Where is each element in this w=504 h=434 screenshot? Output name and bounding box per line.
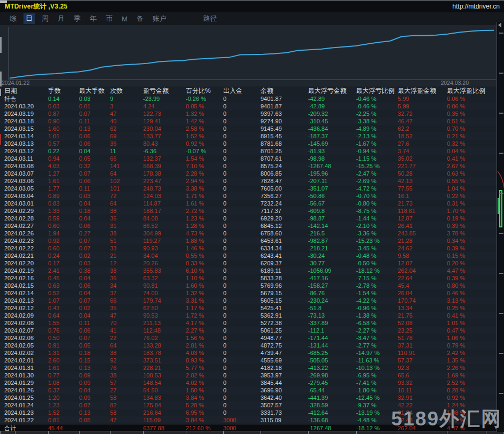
- header-pnl[interactable]: 盈亏金额: [143, 86, 186, 95]
- cell-max-float-profit: 221.77: [398, 162, 447, 170]
- table-row[interactable]: 2024.01.231.520.1358216.646.95 %03331.73…: [0, 409, 497, 416]
- cell-pnl: 115.09: [143, 416, 186, 424]
- table-row[interactable]: 2024.02.070.760.0641112.482.27 %05061.25…: [0, 327, 497, 334]
- header-lots[interactable]: 手数: [48, 86, 79, 95]
- table-row[interactable]: 2024.02.270.600.063186.521.28 %06845.12-…: [0, 222, 497, 230]
- header-deposit[interactable]: 出入金: [223, 86, 261, 95]
- cell-lots: 1.60: [48, 125, 79, 132]
- menu-item-yue[interactable]: 月: [56, 13, 67, 24]
- table-row[interactable]: 2024.03.190.870.0747122.731.32 %09397.63…: [0, 110, 497, 117]
- cell-pnl: 133.77: [143, 132, 186, 140]
- table-row[interactable]: 2024.02.021.310.1838183.784.03 %04739.47…: [0, 349, 497, 357]
- cell-balance: 8006.85: [261, 170, 308, 177]
- table-row[interactable]: 2024.02.200.170.031220.260.33 %06209.37-…: [0, 259, 497, 267]
- table-row[interactable]: 2024.02.060.500.072276.021.56 %04948.77-…: [0, 334, 497, 342]
- table-row[interactable]: 2024.01.300.770.0938108.532.82 %03953.97…: [0, 372, 497, 379]
- table-row[interactable]: 2024.02.050.910.0564133.282.81 %04872.75…: [0, 342, 497, 349]
- table-row[interactable]: 2024.02.140.520.043774.001.32 %05679.15-…: [0, 289, 497, 297]
- cell-pnl: 34.04: [143, 252, 186, 259]
- cell-max-lots: 0.13: [79, 125, 110, 132]
- header-max-float-profit[interactable]: 最大浮盈金额: [398, 86, 447, 95]
- table-row[interactable]: 2024.03.010.830.0464114.871.61 %07232.24…: [0, 200, 497, 207]
- table-row[interactable]: 2024.02.210.240.022134.040.55 %06243.41-…: [0, 252, 497, 259]
- cell-max-float-profit: 32.72: [398, 110, 447, 117]
- table-row[interactable]: 2024.02.131.070.0766179.743.31 %05605.15…: [0, 297, 497, 304]
- table-row[interactable]: 2024.02.120.430.023562.501.17 %05425.41-…: [0, 304, 497, 312]
- menu-item-bi[interactable]: 币: [104, 13, 115, 24]
- table-row[interactable]: 2024.03.180.900.1140129.411.42 %09274.90…: [0, 117, 497, 125]
- table-row[interactable]: 2024.03.071.270.0764178.382.28 %08006.85…: [0, 170, 497, 177]
- table-row[interactable]: 2024.01.241.230.0782175.845.28 %03507.57…: [0, 401, 497, 409]
- cell-max-lots: 0.01: [79, 102, 110, 110]
- cell-date: 2024.02.21: [4, 252, 48, 259]
- cell-balance: 6189.11: [261, 267, 308, 274]
- cell-lots: 0.81: [48, 416, 79, 424]
- cell-pnl: 228.21: [143, 364, 186, 372]
- table-row[interactable]: 2024.03.200.030.0134.240.05 %09401.87-42…: [0, 102, 497, 110]
- cell-max-float-profit-pct: 0.79 %: [447, 342, 497, 349]
- menu-item-nian[interactable]: 年: [88, 13, 99, 24]
- cell-percent: 1.60 %: [186, 282, 223, 289]
- table-row[interactable]: 2024.03.120.220.0411-6.36-0.07 %08701.25…: [0, 147, 497, 155]
- header-percent[interactable]: 百分比%: [186, 86, 223, 95]
- table-row[interactable]: 2024.01.311.610.1376228.215.77 %04182.18…: [0, 364, 497, 372]
- cell-pnl: 211.13: [143, 319, 186, 327]
- table-row[interactable]: 2024.02.230.920.0751119.271.88 %06453.61…: [0, 237, 497, 244]
- table-row[interactable]: 2024.02.150.630.063490.811.60 %05769.96-…: [0, 282, 497, 289]
- cell-max-float-profit-pct: 0.19 %: [447, 215, 497, 222]
- table-row[interactable]: 2024.01.260.370.042754.501.50 %03696.90-…: [0, 386, 497, 394]
- header-count[interactable]: 次数: [110, 86, 143, 95]
- cell-date: 2024.02.15: [4, 282, 48, 289]
- table-row[interactable]: 2024.03.040.890.0372124.031.71 %07356.27…: [0, 192, 497, 200]
- table-row[interactable]: 2024.03.084.030.32141568.397.10 %08575.2…: [0, 162, 497, 170]
- table-row[interactable]: 2024.01.251.200.0958134.833.84 %03642.40…: [0, 394, 497, 401]
- cell-pnl: 4.24: [143, 102, 186, 110]
- table-row[interactable]: 2024.01.291.080.0957148.544.02 %03845.44…: [0, 379, 497, 386]
- table-row[interactable]: 2024.02.261.940.2738304.994.73 %06758.60…: [0, 230, 497, 237]
- cell-deposit: 0: [223, 327, 261, 334]
- menu-item-zhou[interactable]: 周: [40, 13, 51, 24]
- menu-item-ri[interactable]: 日: [23, 13, 35, 24]
- cell-count: 9: [110, 95, 143, 102]
- menu-item-zong[interactable]: 综: [7, 13, 19, 24]
- table-total-row[interactable]: 合计45.446377.88212.60 %3000-1267.48-18.12…: [0, 424, 497, 431]
- cell-deposit: 0: [223, 334, 261, 342]
- ruler-tick: [0, 431, 1, 434]
- cell-deposit: 0: [223, 372, 261, 379]
- menu-item-zhanghu[interactable]: 账户: [151, 13, 169, 24]
- table-row[interactable]: 2024.02.291.330.1838188.172.72 %07117.37…: [0, 207, 497, 215]
- header-balance[interactable]: 余额: [261, 86, 308, 95]
- table-row[interactable]: 2024.02.081.550.1170211.134.17 %05272.38…: [0, 319, 497, 327]
- scroll-arrow-icon: [498, 22, 501, 28]
- table-row[interactable]: 2024.03.061.610.06102223.472.94 %07828.4…: [0, 177, 497, 185]
- table-row[interactable]: 2024.03.130.570.063680.430.92 %08781.68-…: [0, 140, 497, 147]
- cell-balance: 9397.63: [261, 110, 308, 117]
- table-row[interactable]: 2024.02.160.450.043663.321.10 %05833.28-…: [0, 274, 497, 282]
- menu-item-m[interactable]: M: [120, 14, 130, 23]
- table-row[interactable]: 2024.02.090.640.044790.531.72 %05362.91-…: [0, 312, 497, 319]
- table-row[interactable]: 2024.03.051.770.11101248.733.38 %07605.0…: [0, 185, 497, 192]
- menu-item-ji[interactable]: 季: [72, 13, 83, 24]
- table-row[interactable]: 2024.02.012.600.1592373.518.93 %04555.69…: [0, 357, 497, 364]
- table-row[interactable]: 持仓0.140.039-23.99-0.26 %09401.87-42.89-0…: [0, 95, 497, 102]
- table-row[interactable]: 2024.03.151.600.1362230.042.58 %09145.49…: [0, 125, 497, 132]
- scale-dash: [499, 193, 503, 194]
- header-date[interactable]: 日期: [4, 86, 48, 95]
- website-link[interactable]: http://mtdriver.cn: [452, 3, 500, 10]
- header-max-float-loss[interactable]: 最大浮亏金额: [308, 86, 356, 95]
- cell-pnl: 119.27: [143, 237, 186, 244]
- menu-item-bei[interactable]: 备: [135, 13, 146, 24]
- table-row[interactable]: 2024.02.280.590.043684.081.23 %06929.20-…: [0, 215, 497, 222]
- menu-item-lujing[interactable]: 路径: [201, 13, 219, 24]
- header-max-float-loss-pct[interactable]: 最大浮亏比例: [356, 86, 398, 95]
- table-row[interactable]: 2024.03.141.010.0669133.771.52 %08915.45…: [0, 132, 497, 140]
- cell-max-lots: 0.32: [79, 162, 110, 170]
- table-row[interactable]: 2024.02.192.410.3838355.836.10 %06189.11…: [0, 267, 497, 274]
- table-row[interactable]: 2024.01.220.810.0547115.093.84 %30003115…: [0, 416, 497, 424]
- header-max-float-profit-pct[interactable]: 最大浮盈比例: [447, 86, 497, 95]
- cell-max-float-profit-pct: 0.31 %: [447, 200, 497, 207]
- table-row[interactable]: 2024.02.220.600.073390.931.46 %06334.34-…: [0, 244, 497, 252]
- cell-max-float-loss-pct: -13.19 %: [356, 409, 398, 416]
- table-row[interactable]: 2024.03.110.940.0566132.371.54 %08707.61…: [0, 155, 497, 162]
- header-max-lots[interactable]: 最大手数: [79, 86, 110, 95]
